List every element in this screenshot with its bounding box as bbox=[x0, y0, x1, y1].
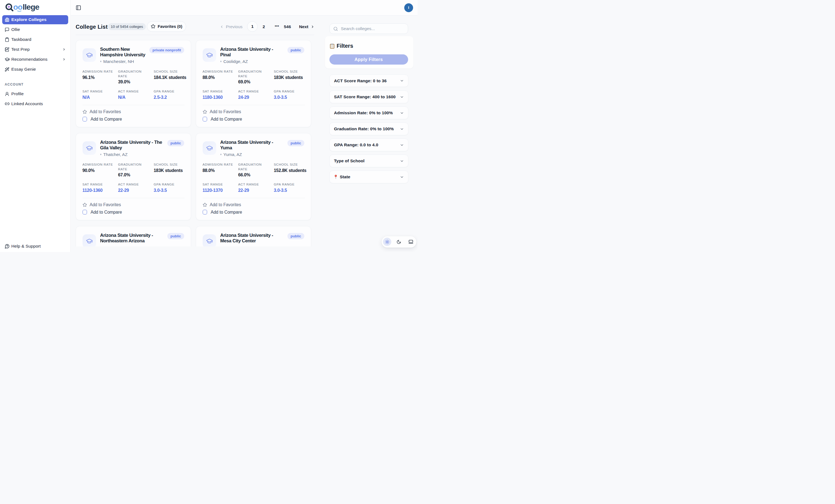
svg-text:oo: oo bbox=[13, 2, 22, 11]
svg-text:llege: llege bbox=[23, 2, 39, 11]
